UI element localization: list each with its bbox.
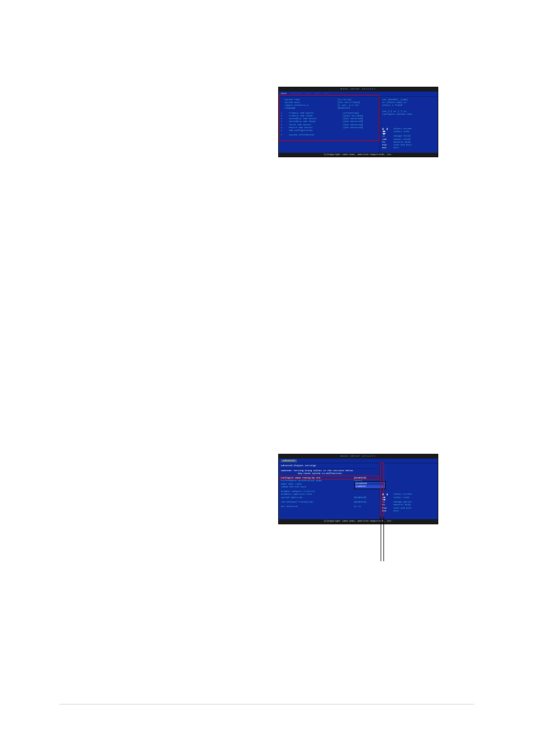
bios-title: BIOS SETUP UTILITY [279, 87, 438, 92]
bios-menubar: Advanced [279, 459, 438, 463]
setting-label: System Information [284, 134, 342, 137]
legend-text: Select Item [394, 130, 409, 135]
setting-row[interactable]: MPS Revision[1.1] [281, 505, 377, 508]
legend-text: Select Item [394, 496, 409, 501]
legend-text: Exit [394, 147, 399, 149]
bios-leftpane: System Time[11:10:19]System Date[Thu 03/… [279, 97, 380, 153]
menu-tab-main[interactable]: Main [281, 92, 287, 95]
callout-leader [383, 516, 384, 561]
setting-label: IDE Configuration [284, 129, 342, 132]
setting-row[interactable]: Spread Spectrum[Enabled] [281, 496, 377, 499]
bios-menubar: MainAdvancedPowerBootExit [279, 92, 438, 96]
page-footer-rule [59, 704, 474, 705]
bios-main-screenshot: BIOS SETUP UTILITY MainAdvancedPowerBoot… [278, 87, 438, 157]
legend-key [382, 130, 394, 135]
legend-row: Select Item [382, 130, 435, 135]
setting-value: :[Not Detected] [342, 126, 363, 129]
menu-tab-exit[interactable]: Exit [324, 92, 330, 95]
bios-leftpane: Advanced Chipset settings WARNING: Setti… [279, 463, 380, 519]
bios-title: BIOS SETUP UTILITY [279, 454, 438, 459]
bios-help-text: Use [ENTER], [TAB]or [SHIFT-TAB] toselec… [382, 98, 435, 128]
legend-row: ESCExit [382, 510, 435, 513]
setting-row[interactable]: ICH Delayed Transaction[Enabled] [281, 501, 377, 504]
setting-label: ICH Delayed Transaction [281, 501, 354, 504]
menu-tab-advanced[interactable]: Advanced [290, 92, 301, 95]
bios-rightpane: Use [ENTER], [TAB]or [SHIFT-TAB] toselec… [380, 97, 438, 153]
menu-tab-power[interactable]: Power [305, 92, 312, 95]
bios-rightpane: Select ScreenSelect Item+-Change OptionF… [380, 463, 438, 519]
help-line: configure system time. [382, 113, 435, 116]
bios-copyright: (C)Copyright 1985-2002, American Megatre… [279, 519, 438, 523]
setting-label: MPS Revision [281, 505, 354, 508]
setting-value: [English] [338, 107, 350, 110]
chipset-warning: WARNING: Setting wrong values in the sec… [281, 469, 377, 476]
legend-text: Exit [394, 510, 399, 513]
bios-advanced-screenshot: BIOS SETUP UTILITY Advanced Advanced Chi… [278, 454, 438, 524]
setting-label: Language [284, 107, 338, 110]
popup-option[interactable]: Enabled [356, 485, 384, 488]
legend-key: ESC [382, 147, 394, 149]
bios-kb-legend: Select ScreenSelect Item+-Change FieldTa… [382, 128, 435, 150]
bios-copyright: (C)Copyright 1985-2002, American Megatre… [279, 153, 438, 157]
setting-value: [Enabled] [354, 496, 367, 499]
legend-row: ESCExit [382, 147, 435, 149]
chipset-heading: Advanced Chipset settings [281, 464, 377, 467]
legend-row: Select Item [382, 496, 435, 501]
callout-leader [381, 516, 381, 561]
legend-key: ESC [382, 510, 394, 513]
setting-label: SDRAm Refresh Rate [281, 486, 354, 489]
menu-tab-advanced: Advanced [281, 459, 297, 462]
menu-tab-boot[interactable]: Boot [315, 92, 321, 95]
setting-value: [1.1] [354, 505, 361, 508]
setting-row[interactable]: ▸System Information [281, 134, 377, 137]
setting-value: [Enabled] [354, 501, 367, 504]
enable-disable-popup[interactable]: DisabledEnabled [354, 481, 386, 489]
bios-kb-legend: Select ScreenSelect Item+-Change OptionF… [382, 493, 435, 513]
setting-label: Spread Spectrum [281, 496, 354, 499]
legend-key [382, 496, 394, 501]
